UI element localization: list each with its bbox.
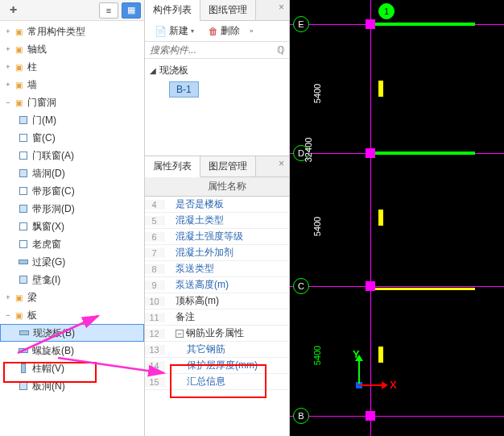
- door-icon: [18, 203, 29, 214]
- property-name: −钢筋业务属性: [164, 326, 289, 340]
- axis-label-y: Y: [353, 348, 360, 360]
- nav-label: 柱帽(V): [32, 362, 64, 376]
- row-number: 12: [145, 329, 164, 338]
- property-name: 混凝土强度等级: [164, 230, 289, 243]
- property-row[interactable]: 10顶标高(m): [145, 293, 289, 309]
- search-input[interactable]: [150, 44, 277, 56]
- chevron-down-icon: ▾: [191, 27, 194, 35]
- axis-bubble: 1: [378, 3, 395, 19]
- component-instance-tree[interactable]: ◢ 现浇板 B-1: [145, 59, 289, 156]
- dimension-label: 32400: [304, 138, 313, 163]
- nav-label: 飘窗(X): [32, 220, 64, 234]
- cad-viewport[interactable]: E D C B 1 5400 32400 5400 5400 X Y: [290, 0, 504, 436]
- tab-property-list[interactable]: 属性列表: [145, 156, 200, 177]
- close-icon[interactable]: ×: [274, 0, 289, 20]
- chevron-right-icon[interactable]: »: [250, 27, 253, 35]
- property-name: 混凝土类型: [164, 214, 289, 227]
- row-number: 15: [145, 377, 164, 387]
- nav-item[interactable]: 飘窗(X): [0, 218, 144, 235]
- nav-item[interactable]: 墙洞(D): [0, 164, 144, 182]
- nav-item[interactable]: 老虎窗: [0, 235, 144, 253]
- property-row[interactable]: 14保护层厚度(mm): [145, 358, 289, 374]
- row-number: 13: [145, 345, 164, 355]
- tab-layer-manage[interactable]: 图层管理: [200, 156, 256, 176]
- list-view-button[interactable]: ≡: [99, 2, 118, 19]
- property-row[interactable]: 15汇总信息: [145, 374, 289, 390]
- tab-drawing-manage[interactable]: 图纸管理: [200, 0, 256, 20]
- expand-icon[interactable]: −: [3, 311, 13, 319]
- new-button[interactable]: 📄 新建 ▾: [150, 23, 199, 39]
- dimension-label: 5400: [312, 84, 322, 103]
- nav-folder[interactable]: +▣墙: [0, 76, 144, 93]
- folder-icon: ▣: [13, 309, 24, 321]
- tree-node-label: 现浇板: [159, 64, 188, 77]
- nav-item[interactable]: 板洞(N): [0, 377, 144, 395]
- property-header: 属性名称: [164, 177, 289, 196]
- property-row[interactable]: 4是否是楼板: [145, 197, 289, 213]
- property-row[interactable]: 9泵送高度(m): [145, 277, 289, 293]
- nav-item[interactable]: 带形洞(D): [0, 200, 144, 218]
- nav-label: 常用构件类型: [27, 25, 85, 39]
- expand-icon[interactable]: +: [3, 293, 13, 301]
- nav-item[interactable]: 柱帽(V): [0, 359, 144, 377]
- delete-label: 删除: [221, 24, 240, 38]
- tree-node-root[interactable]: ◢ 现浇板: [150, 62, 284, 78]
- expand-icon[interactable]: +: [3, 63, 13, 71]
- tree-node-child[interactable]: B-1: [169, 81, 199, 98]
- close-icon[interactable]: ×: [274, 156, 289, 176]
- nav-folder[interactable]: −▣板: [0, 306, 144, 324]
- nav-folder[interactable]: +▣常用构件类型: [0, 23, 144, 40]
- expand-icon[interactable]: +: [3, 27, 13, 35]
- row-number: 8: [145, 264, 164, 274]
- property-row[interactable]: 8泵送类型: [145, 261, 289, 277]
- property-name: 是否是楼板: [164, 197, 289, 211]
- group-toggle-icon[interactable]: −: [176, 330, 184, 338]
- property-name: 汇总信息: [164, 375, 289, 388]
- nav-item[interactable]: 过梁(G): [0, 253, 144, 271]
- nav-item[interactable]: 带形窗(C): [0, 182, 144, 200]
- grid-view-button[interactable]: ▦: [122, 2, 141, 19]
- expand-icon[interactable]: −: [3, 98, 13, 106]
- search-help-icon[interactable]: ℚ: [277, 44, 284, 56]
- nav-item[interactable]: 门(M): [0, 111, 144, 129]
- win-icon: [18, 221, 29, 232]
- tab-component-list[interactable]: 构件列表: [145, 0, 200, 21]
- nav-folder[interactable]: −▣门窗洞: [0, 93, 144, 111]
- expand-icon[interactable]: +: [3, 81, 13, 89]
- nav-folder[interactable]: +▣轴线: [0, 40, 144, 58]
- axis-bubble: C: [293, 278, 309, 294]
- nav-item[interactable]: 门联窗(A): [0, 147, 144, 164]
- nav-label: 门联窗(A): [32, 149, 74, 163]
- nav-item[interactable]: 螺旋板(B): [0, 342, 144, 359]
- nav-label: 壁龛(I): [32, 273, 60, 287]
- expand-icon[interactable]: +: [3, 45, 13, 53]
- nav-item[interactable]: 壁龛(I): [0, 271, 144, 289]
- property-row[interactable]: 7混凝土外加剂: [145, 245, 289, 261]
- property-row[interactable]: 13其它钢筋: [145, 342, 289, 358]
- property-row[interactable]: 5混凝土类型: [145, 213, 289, 229]
- nav-label: 板洞(N): [32, 380, 65, 393]
- row-number: 14: [145, 361, 164, 371]
- row-number: 6: [145, 232, 164, 242]
- folder-icon: ▣: [13, 61, 24, 73]
- axis-bubble: B: [293, 408, 309, 424]
- nav-label: 墙洞(D): [32, 167, 65, 181]
- property-table[interactable]: 4是否是楼板5混凝土类型6混凝土强度等级7混凝土外加剂8泵送类型9泵送高度(m)…: [145, 197, 289, 436]
- add-icon[interactable]: ✚: [3, 2, 23, 19]
- nav-item[interactable]: 窗(C): [0, 129, 144, 147]
- nav-item[interactable]: 现浇板(B): [0, 324, 144, 342]
- slab-icon: [18, 256, 29, 268]
- component-type-tree[interactable]: +▣常用构件类型+▣轴线+▣柱+▣墙−▣门窗洞门(M)窗(C)门联窗(A)墙洞(…: [0, 21, 144, 436]
- folder-icon: ▣: [13, 292, 24, 303]
- nav-folder[interactable]: +▣梁: [0, 289, 144, 306]
- folder-icon: ▣: [13, 79, 24, 90]
- nav-folder[interactable]: +▣柱: [0, 58, 144, 76]
- property-row[interactable]: 12−钢筋业务属性: [145, 326, 289, 342]
- nav-label: 过梁(G): [32, 255, 65, 269]
- collapse-icon[interactable]: ◢: [150, 66, 159, 75]
- property-row[interactable]: 6混凝土强度等级: [145, 229, 289, 245]
- folder-icon: ▣: [13, 44, 24, 55]
- delete-button[interactable]: 🗑 删除: [204, 23, 245, 39]
- property-row[interactable]: 11备注: [145, 309, 289, 326]
- nav-label: 轴线: [27, 43, 47, 56]
